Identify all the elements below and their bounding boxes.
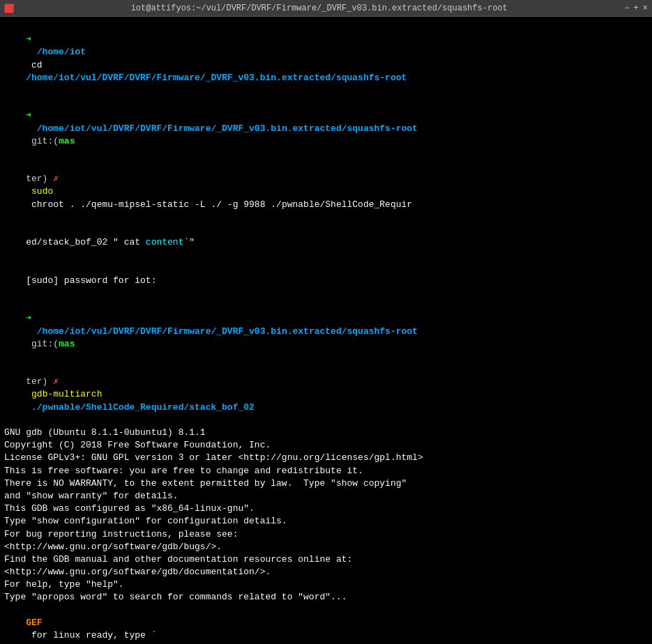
titlebar-title: iot@attifyos:~/vul/DVRF/DVRF/Firmware/_D… <box>14 3 624 13</box>
terminal-line-9: Copyright (C) 2018 Free Software Foundat… <box>4 439 648 452</box>
terminal-line-22: GEF for linux ready, type ` gef ' to sta… <box>4 604 648 644</box>
terminal-line-16: For bug reporting instructions, please s… <box>4 528 648 541</box>
terminal-line-4: ed/stack_bof_02 " cat content`" <box>4 224 648 262</box>
terminal-line-14: This GDB was configured as "x86_64-linux… <box>4 503 648 515</box>
titlebar-left <box>4 3 14 13</box>
terminal-line-13: and "show warranty" for details. <box>4 490 648 503</box>
terminal-line-5: [sudo] password for iot: <box>4 262 648 300</box>
titlebar: iot@attifyos:~/vul/DVRF/DVRF/Firmware/_D… <box>0 0 652 17</box>
cwd-path: /home/iot <box>26 47 86 57</box>
terminal-line-12: There is NO WARRANTY, to the extent perm… <box>4 477 648 490</box>
minimize-button[interactable]: − <box>624 3 629 13</box>
terminal-line-6: ➜ /home/iot/vul/DVRF/DVRF/Firmware/_DVRF… <box>4 300 648 363</box>
close-button[interactable] <box>4 3 14 13</box>
terminal-line-10: License GPLv3+: GNU GPL version 3 or lat… <box>4 452 648 464</box>
terminal-line-11: This is free software: you are free to c… <box>4 465 648 477</box>
terminal-line-20: For help, type "help". <box>4 578 648 591</box>
terminal-line-1: ➜ /home/iot cd /home/iot/vul/DVRF/DVRF/F… <box>4 21 648 97</box>
prompt-arrow: ➜ <box>26 34 31 45</box>
terminal-line-15: Type "show configuration" for configurat… <box>4 515 648 528</box>
terminal-line-2: ➜ /home/iot/vul/DVRF/DVRF/Firmware/_DVRF… <box>4 97 648 160</box>
terminal-line-8: GNU gdb (Ubuntu 8.1.1-0ubuntu1) 8.1.1 <box>4 427 648 439</box>
close-x-button[interactable]: × <box>643 3 648 13</box>
terminal-line-7: ter) ✗ gdb-multiarch ./pwnable/ShellCode… <box>4 363 648 427</box>
terminal-line-17: <http://www.gnu.org/software/gdb/bugs/>. <box>4 541 648 553</box>
terminal[interactable]: ➜ /home/iot cd /home/iot/vul/DVRF/DVRF/F… <box>0 17 652 644</box>
terminal-line-19: <http://www.gnu.org/software/gdb/documen… <box>4 566 648 578</box>
titlebar-controls: − + × <box>624 3 648 13</box>
terminal-line-18: Find the GDB manual and other documentat… <box>4 553 648 566</box>
terminal-line-21: Type "apropos word" to search for comman… <box>4 591 648 604</box>
maximize-button[interactable]: + <box>634 3 639 13</box>
terminal-line-3: ter) ✗ sudo chroot . ./qemu-mipsel-stati… <box>4 160 648 224</box>
